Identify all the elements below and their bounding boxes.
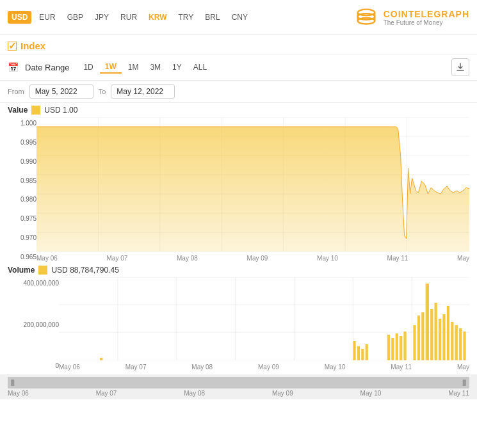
x-axis-price-labels: May 06 May 07 May 08 May 09 May 10 May 1… [36,253,469,263]
value-row: Value USD 1.00 [0,103,477,117]
volume-color-indicator [38,266,47,275]
x-label-may10: May 10 [317,255,338,262]
range-tab-1d[interactable]: 1D [78,61,98,74]
svg-point-2 [357,18,375,24]
svg-rect-36 [396,333,398,360]
svg-rect-46 [442,314,445,360]
volume-chart-svg [59,277,469,360]
x-label-may-end: May [457,255,469,262]
range-tab-1y[interactable]: 1Y [167,61,187,74]
currency-tab-jpy[interactable]: JPY [91,11,113,24]
currency-tab-krw[interactable]: KRW [145,11,170,24]
mini-label-may07: May 07 [96,390,117,397]
range-tab-1m[interactable]: 1M [123,61,144,74]
mini-range-bar[interactable] [8,377,469,388]
svg-rect-51 [463,332,465,360]
y-vol-label-0: 0 [8,362,59,369]
y-label-0990: 0.990 [8,158,36,165]
svg-rect-39 [413,325,416,360]
svg-rect-37 [400,336,402,360]
y-label-0995: 0.995 [8,139,36,146]
y-label-0985: 0.985 [8,177,36,184]
from-date-input[interactable] [29,84,93,99]
header: USD EUR GBP JPY RUR KRW TRY BRL CNY COIN… [0,0,477,35]
currency-tab-eur[interactable]: EUR [35,11,59,24]
y-label-1000: 1.000 [8,120,36,127]
x-vol-label-may09: May 09 [258,364,279,371]
index-section: ✓ Index [0,35,477,54]
download-button[interactable] [451,58,469,76]
x-axis-volume-labels: May 06 May 07 May 08 May 09 May 10 May 1… [59,362,469,372]
svg-rect-43 [430,309,433,360]
y-vol-label-200m: 200,000,000 [8,321,59,328]
from-label: From [8,88,24,95]
svg-rect-38 [403,332,406,360]
currency-tab-gbp[interactable]: GBP [63,11,87,24]
value-text: USD 1.00 [44,106,77,115]
mini-label-may06: May 06 [8,390,29,397]
date-range-bar: 📅 Date Range 1D 1W 1M 3M 1Y ALL [0,54,477,81]
x-vol-label-may-end: May [457,364,469,371]
svg-rect-33 [366,344,368,360]
svg-rect-41 [421,312,424,360]
volume-chart-area: 400,000,000 200,000,000 0 [0,277,477,372]
value-color-indicator [31,106,40,115]
logo-text: COINTELEGRAPH The Future of Money [384,9,469,26]
svg-rect-45 [439,319,441,360]
price-chart-svg-container: May 06 May 07 May 08 May 09 May 10 May 1… [36,117,469,263]
currency-tabs: USD EUR GBP JPY RUR KRW TRY BRL CNY [8,11,252,24]
volume-chart-svg-container: May 06 May 07 May 08 May 09 May 10 May 1… [59,277,469,372]
y-vol-label-400m: 400,000,000 [8,280,59,287]
range-tabs: 1D 1W 1M 3M 1Y ALL [78,61,212,74]
volume-text: USD 88,784,790.45 [51,266,118,275]
svg-rect-30 [353,341,355,360]
svg-rect-44 [435,303,437,360]
svg-rect-50 [459,328,462,360]
mini-label-may10: May 10 [360,390,382,397]
y-axis-volume: 400,000,000 200,000,000 0 [8,277,59,372]
currency-tab-usd[interactable]: USD [8,11,31,24]
x-label-may08: May 08 [177,255,198,262]
y-label-0970: 0.970 [8,234,36,241]
logo-subtitle: The Future of Money [384,19,469,26]
to-date-input[interactable] [111,84,175,99]
currency-tab-rur[interactable]: RUR [117,11,141,24]
mini-label-may11: May 11 [448,390,469,397]
svg-rect-29 [100,358,102,360]
logo: COINTELEGRAPH The Future of Money [354,5,469,29]
price-chart-area: 1.000 0.995 0.990 0.985 0.980 0.975 0.97… [0,117,477,263]
svg-rect-32 [361,349,364,360]
mini-range-container: May 06 May 07 May 08 May 09 May 10 May 1… [0,374,477,399]
svg-rect-40 [417,316,420,360]
volume-row: Volume USD 88,784,790.45 [0,263,477,277]
volume-label: Volume [8,266,35,275]
calendar-icon: 📅 [8,62,19,72]
currency-tab-try[interactable]: TRY [175,11,198,24]
y-label-0980: 0.980 [8,196,36,203]
price-chart-svg [36,117,469,252]
x-vol-label-may08: May 08 [191,364,213,371]
mini-label-may08: May 08 [184,390,205,397]
index-checkbox[interactable]: ✓ [8,42,17,51]
y-label-0975: 0.975 [8,215,36,222]
index-label: ✓ Index [8,40,469,51]
svg-rect-34 [387,335,390,360]
x-vol-label-may06: May 06 [59,364,80,371]
range-tab-3m[interactable]: 3M [145,61,166,74]
range-tab-1w[interactable]: 1W [100,61,122,74]
currency-tab-brl[interactable]: BRL [201,11,223,24]
x-vol-label-may10: May 10 [325,364,346,371]
y-label-0965: 0.965 [8,253,36,260]
svg-rect-31 [357,346,360,360]
svg-rect-35 [391,338,394,360]
range-tab-all[interactable]: ALL [188,61,212,74]
x-label-may09: May 09 [247,255,268,262]
index-title: Index [20,40,45,51]
date-range-label: Date Range [25,63,69,72]
x-vol-label-may07: May 07 [125,364,147,371]
currency-tab-cny[interactable]: CNY [228,11,252,24]
svg-rect-53 [8,377,469,388]
value-label: Value [8,106,28,115]
logo-icon [354,5,378,29]
mini-range-svg [8,377,469,388]
